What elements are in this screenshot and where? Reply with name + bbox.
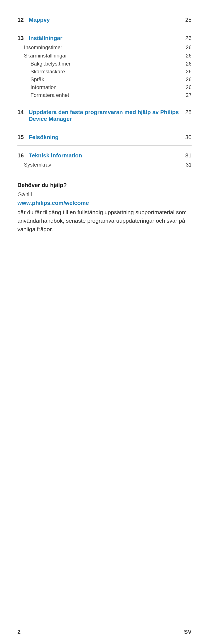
sub-systemkrav-title: Systemkrav	[24, 162, 183, 168]
section-13-row: 13 Inställningar 26	[18, 31, 192, 43]
sub-sub-information: Information 26	[18, 84, 192, 91]
section-15-row: 15 Felsökning 30	[18, 130, 192, 142]
sub-sub-sprak-page: 26	[183, 76, 192, 82]
section-14-page: 28	[183, 109, 192, 116]
sub-sub-formatera-page: 27	[183, 92, 192, 98]
section-13-divider	[18, 102, 192, 102]
section-12-divider	[18, 28, 192, 28]
help-description: där du får tillgång till en fullständig …	[18, 208, 192, 234]
sub-systemkrav-page: 31	[183, 162, 192, 168]
section-12-number: 12	[18, 16, 25, 23]
sub-skarminst-page: 26	[183, 53, 192, 59]
sub-sub-sprak: Språk 26	[18, 76, 192, 84]
sub-insomningstimer-title: Insomningstimer	[24, 44, 183, 50]
goto-label: Gå till	[18, 190, 192, 199]
section-16-row: 16 Teknisk information 31	[18, 149, 192, 161]
sub-sub-sprak-title: Språk	[30, 76, 183, 82]
footer-language: SV	[184, 628, 192, 635]
sub-sub-formatera: Formatera enhet 27	[18, 91, 192, 99]
help-section: Behöver du hjälp? Gå till www.philips.co…	[18, 181, 192, 234]
sub-sub-information-page: 26	[183, 84, 192, 90]
sub-sub-information-title: Information	[30, 84, 183, 90]
toc-section: 12 Mappvy 25 13 Inställningar 26 Insomni…	[18, 13, 192, 172]
section-14-row: 14 Uppdatera den fasta programvaran med …	[18, 105, 192, 124]
footer-page-number: 2	[18, 628, 20, 635]
section-15-divider	[18, 146, 192, 146]
section-12-row: 12 Mappvy 25	[18, 13, 192, 25]
sub-skarminst-title: Skärminställningar	[24, 53, 183, 59]
sub-sub-skarmslackare-page: 26	[183, 68, 192, 75]
sub-insomningstimer-page: 26	[183, 44, 192, 50]
sub-sub-bakgr-title: Bakgr.belys.timer	[30, 61, 183, 67]
section-15-block: 15 Felsökning 30	[18, 130, 192, 146]
section-13-block: 13 Inställningar 26 Insomningstimer 26 S…	[18, 31, 192, 102]
sub-systemkrav: Systemkrav 31	[18, 161, 192, 169]
sub-sub-formatera-title: Formatera enhet	[30, 92, 183, 98]
section-16-divider	[18, 172, 192, 172]
section-15-number: 15	[18, 134, 25, 141]
sub-sub-bakgr-page: 26	[183, 61, 192, 67]
section-16-title: Teknisk information	[29, 152, 82, 159]
section-16-block: 16 Teknisk information 31 Systemkrav 31	[18, 149, 192, 172]
section-13-page: 26	[183, 35, 192, 42]
section-12-title: Mappvy	[29, 16, 50, 23]
website-link[interactable]: www.philips.com/welcome	[18, 199, 192, 207]
footer: 2 SV	[18, 628, 192, 635]
section-14-block: 14 Uppdatera den fasta programvaran med …	[18, 105, 192, 127]
goto-text: Gå till	[18, 191, 32, 198]
section-15-page: 30	[183, 134, 192, 141]
page-container: 12 Mappvy 25 13 Inställningar 26 Insomni…	[0, 0, 209, 644]
sub-sub-skarmslackare: Skärmsläckare 26	[18, 68, 192, 76]
sub-sub-skarmslackare-title: Skärmsläckare	[30, 68, 183, 75]
sub-skarminst: Skärminställningar 26	[18, 52, 192, 60]
section-12-block: 12 Mappvy 25	[18, 13, 192, 28]
section-16-number: 16	[18, 152, 25, 159]
section-15-title: Felsökning	[29, 134, 58, 141]
sub-sub-bakgr: Bakgr.belys.timer 26	[18, 60, 192, 68]
section-14-number: 14	[18, 109, 25, 116]
section-12-page: 25	[183, 16, 192, 23]
section-13-title: Inställningar	[29, 35, 62, 42]
section-13-number: 13	[18, 35, 25, 42]
help-title: Behöver du hjälp?	[18, 181, 192, 190]
section-14-title: Uppdatera den fasta programvaran med hjä…	[29, 109, 183, 122]
sub-insomningstimer: Insomningstimer 26	[18, 43, 192, 52]
section-16-page: 31	[183, 152, 192, 159]
